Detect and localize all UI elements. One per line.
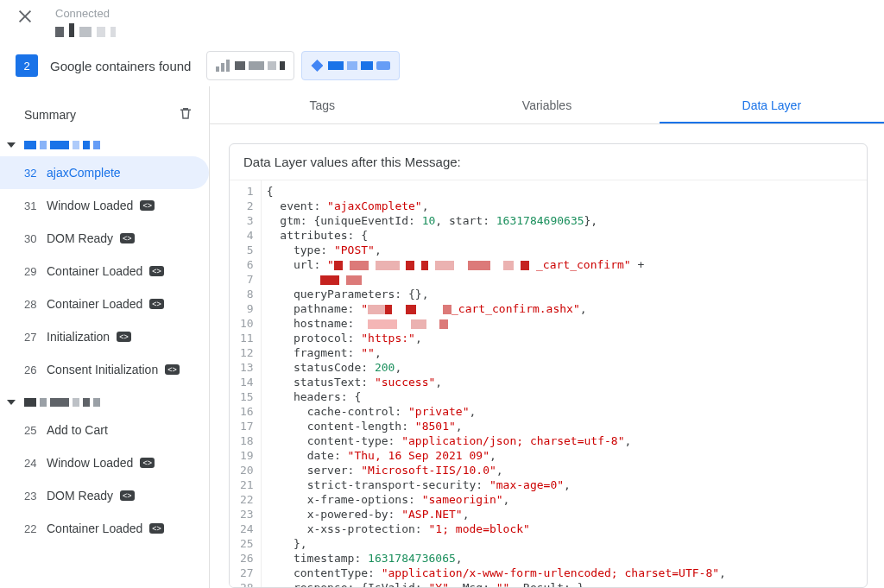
caret-down-icon: [7, 400, 16, 405]
connection-status: Connected: [55, 7, 116, 37]
clear-icon[interactable]: [178, 105, 193, 123]
close-icon[interactable]: [16, 7, 35, 29]
code-chip-icon: <>: [149, 266, 164, 276]
tab-data-layer[interactable]: Data Layer: [660, 86, 884, 123]
tabs: Tags Variables Data Layer: [210, 86, 884, 124]
event-label: ajaxComplete: [47, 166, 121, 180]
sidebar: Summary 32 ajaxComplete 31: [0, 86, 210, 588]
code-chip-icon: <>: [120, 490, 135, 501]
page-title: Google containers found: [50, 59, 191, 73]
event-index: 32: [24, 167, 43, 180]
container-count-badge: 2: [16, 54, 38, 77]
tab-tags[interactable]: Tags: [210, 86, 434, 123]
event-25-add-to-cart[interactable]: 25 Add to Cart: [0, 414, 209, 446]
event-27-initialization[interactable]: 27 Initialization <>: [0, 320, 209, 353]
connection-status-label: Connected: [55, 7, 116, 20]
group-toggle-1[interactable]: [0, 134, 209, 156]
code-chip-icon: <>: [140, 458, 155, 468]
code-chip-icon: <>: [117, 332, 131, 342]
line-numbers: 1234567891011121314151617181920212223242…: [230, 180, 262, 588]
event-23-dom-ready[interactable]: 23 DOM Ready <>: [0, 479, 209, 512]
code-source[interactable]: { event: "ajaxComplete", gtm: {uniqueEve…: [262, 180, 726, 588]
bars-icon: [216, 60, 230, 72]
group-toggle-2[interactable]: [0, 391, 209, 414]
analytics-chip[interactable]: [206, 51, 294, 80]
code-chip-icon: <>: [149, 299, 164, 309]
code-chip-icon: <>: [120, 233, 135, 243]
code-chip-icon: <>: [149, 523, 164, 534]
event-24-window-loaded[interactable]: 24 Window Loaded <>: [0, 446, 209, 479]
tab-variables[interactable]: Variables: [434, 86, 659, 123]
code-chip-icon: <>: [140, 200, 155, 211]
gtm-icon: [311, 60, 323, 72]
event-22-container-loaded[interactable]: 22 Container Loaded <>: [0, 512, 209, 545]
data-layer-card: Data Layer values after this Message: 12…: [229, 143, 868, 588]
code-chip-icon: <>: [165, 364, 180, 375]
event-32-ajaxcomplete[interactable]: 32 ajaxComplete: [0, 156, 209, 189]
event-26-consent-initialization[interactable]: 26 Consent Initialization <>: [0, 353, 209, 386]
caret-down-icon: [7, 142, 16, 148]
event-28-container-loaded[interactable]: 28 Container Loaded <>: [0, 288, 209, 320]
code-block: 1234567891011121314151617181920212223242…: [230, 180, 867, 588]
summary-heading[interactable]: Summary: [24, 108, 76, 122]
gtm-chip[interactable]: [301, 51, 400, 80]
event-31-window-loaded[interactable]: 31 Window Loaded <>: [0, 189, 209, 222]
event-29-container-loaded[interactable]: 29 Container Loaded <>: [0, 255, 209, 288]
event-30-dom-ready[interactable]: 30 DOM Ready <>: [0, 222, 209, 255]
card-title: Data Layer values after this Message:: [230, 144, 867, 180]
